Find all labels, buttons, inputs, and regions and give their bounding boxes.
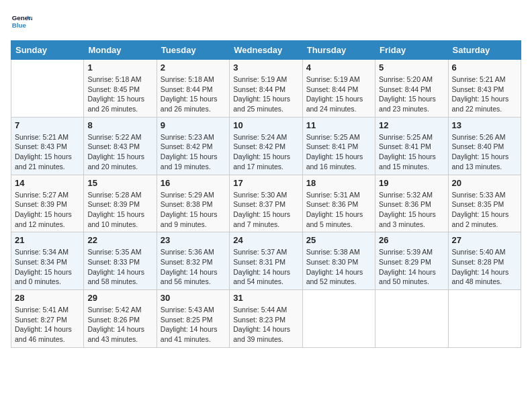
calendar-cell: 25Sunrise: 5:38 AM Sunset: 8:30 PM Dayli… [302, 232, 375, 290]
day-info: Sunrise: 5:28 AM Sunset: 8:39 PM Dayligh… [87, 190, 152, 230]
calendar-week-4: 21Sunrise: 5:34 AM Sunset: 8:34 PM Dayli… [11, 232, 521, 290]
day-number: 14 [15, 178, 80, 188]
svg-text:Blue: Blue [12, 21, 27, 29]
day-info: Sunrise: 5:34 AM Sunset: 8:34 PM Dayligh… [15, 247, 80, 287]
calendar-cell: 2Sunrise: 5:18 AM Sunset: 8:44 PM Daylig… [157, 60, 229, 118]
day-number: 6 [452, 62, 517, 73]
day-number: 24 [233, 235, 298, 245]
weekday-friday: Friday [375, 41, 448, 60]
day-info: Sunrise: 5:36 AM Sunset: 8:32 PM Dayligh… [161, 247, 226, 287]
calendar-table: SundayMondayTuesdayWednesdayThursdayFrid… [11, 40, 521, 348]
calendar-cell: 20Sunrise: 5:33 AM Sunset: 8:35 PM Dayli… [448, 175, 521, 232]
calendar-week-5: 28Sunrise: 5:41 AM Sunset: 8:27 PM Dayli… [11, 290, 521, 348]
calendar-cell [448, 290, 521, 348]
calendar-week-3: 14Sunrise: 5:27 AM Sunset: 8:39 PM Dayli… [11, 175, 521, 232]
day-number: 19 [379, 178, 444, 188]
day-info: Sunrise: 5:41 AM Sunset: 8:27 PM Dayligh… [15, 305, 80, 345]
day-info: Sunrise: 5:35 AM Sunset: 8:33 PM Dayligh… [87, 247, 152, 287]
day-number: 31 [233, 293, 298, 303]
day-number: 7 [15, 120, 80, 130]
calendar-cell: 28Sunrise: 5:41 AM Sunset: 8:27 PM Dayli… [11, 290, 84, 348]
day-number: 2 [161, 62, 226, 73]
weekday-tuesday: Tuesday [157, 41, 229, 60]
calendar-cell: 16Sunrise: 5:29 AM Sunset: 8:38 PM Dayli… [157, 175, 229, 232]
logo: General Blue [11, 11, 32, 32]
day-info: Sunrise: 5:27 AM Sunset: 8:39 PM Dayligh… [15, 190, 80, 230]
weekday-wednesday: Wednesday [230, 41, 302, 60]
day-number: 26 [379, 235, 444, 245]
day-info: Sunrise: 5:43 AM Sunset: 8:25 PM Dayligh… [161, 305, 226, 345]
day-info: Sunrise: 5:25 AM Sunset: 8:41 PM Dayligh… [379, 132, 444, 172]
day-info: Sunrise: 5:33 AM Sunset: 8:35 PM Dayligh… [452, 190, 517, 230]
day-number: 23 [161, 235, 226, 245]
day-info: Sunrise: 5:19 AM Sunset: 8:44 PM Dayligh… [233, 75, 298, 114]
calendar-cell: 11Sunrise: 5:25 AM Sunset: 8:41 PM Dayli… [302, 117, 375, 175]
calendar-cell: 24Sunrise: 5:37 AM Sunset: 8:31 PM Dayli… [230, 232, 302, 290]
day-number: 21 [15, 235, 80, 245]
day-number: 17 [233, 178, 298, 188]
day-info: Sunrise: 5:24 AM Sunset: 8:42 PM Dayligh… [233, 132, 298, 172]
calendar-body: 1Sunrise: 5:18 AM Sunset: 8:45 PM Daylig… [11, 60, 521, 348]
calendar-cell: 8Sunrise: 5:22 AM Sunset: 8:43 PM Daylig… [84, 117, 157, 175]
weekday-saturday: Saturday [448, 41, 521, 60]
day-number: 12 [379, 120, 444, 130]
day-info: Sunrise: 5:29 AM Sunset: 8:38 PM Dayligh… [161, 190, 226, 230]
calendar-cell: 14Sunrise: 5:27 AM Sunset: 8:39 PM Dayli… [11, 175, 84, 232]
day-number: 15 [87, 178, 152, 188]
calendar-cell: 17Sunrise: 5:30 AM Sunset: 8:37 PM Dayli… [230, 175, 302, 232]
weekday-sunday: Sunday [11, 41, 84, 60]
calendar-cell: 9Sunrise: 5:23 AM Sunset: 8:42 PM Daylig… [157, 117, 229, 175]
calendar-cell: 10Sunrise: 5:24 AM Sunset: 8:42 PM Dayli… [230, 117, 302, 175]
calendar-cell: 22Sunrise: 5:35 AM Sunset: 8:33 PM Dayli… [84, 232, 157, 290]
day-number: 13 [452, 120, 517, 130]
calendar-cell: 13Sunrise: 5:26 AM Sunset: 8:40 PM Dayli… [448, 117, 521, 175]
day-number: 4 [306, 62, 371, 73]
day-info: Sunrise: 5:22 AM Sunset: 8:43 PM Dayligh… [87, 132, 152, 172]
calendar-week-2: 7Sunrise: 5:21 AM Sunset: 8:43 PM Daylig… [11, 117, 521, 175]
day-number: 9 [161, 120, 226, 130]
calendar-cell: 26Sunrise: 5:39 AM Sunset: 8:29 PM Dayli… [375, 232, 448, 290]
day-info: Sunrise: 5:21 AM Sunset: 8:43 PM Dayligh… [15, 132, 80, 172]
logo-icon: General Blue [11, 11, 32, 32]
day-number: 10 [233, 120, 298, 130]
day-number: 27 [452, 235, 517, 245]
calendar-cell: 19Sunrise: 5:32 AM Sunset: 8:36 PM Dayli… [375, 175, 448, 232]
day-info: Sunrise: 5:42 AM Sunset: 8:26 PM Dayligh… [87, 305, 152, 345]
day-info: Sunrise: 5:31 AM Sunset: 8:36 PM Dayligh… [306, 190, 371, 230]
calendar-cell: 21Sunrise: 5:34 AM Sunset: 8:34 PM Dayli… [11, 232, 84, 290]
calendar-cell: 15Sunrise: 5:28 AM Sunset: 8:39 PM Dayli… [84, 175, 157, 232]
day-number: 25 [306, 235, 371, 245]
day-number: 11 [306, 120, 371, 130]
calendar-cell: 31Sunrise: 5:44 AM Sunset: 8:23 PM Dayli… [230, 290, 302, 348]
day-number: 29 [87, 293, 152, 303]
day-info: Sunrise: 5:25 AM Sunset: 8:41 PM Dayligh… [306, 132, 371, 172]
day-info: Sunrise: 5:18 AM Sunset: 8:44 PM Dayligh… [161, 75, 226, 114]
day-info: Sunrise: 5:30 AM Sunset: 8:37 PM Dayligh… [233, 190, 298, 230]
day-info: Sunrise: 5:38 AM Sunset: 8:30 PM Dayligh… [306, 247, 371, 287]
calendar-cell: 3Sunrise: 5:19 AM Sunset: 8:44 PM Daylig… [230, 60, 302, 118]
weekday-thursday: Thursday [302, 41, 375, 60]
weekday-monday: Monday [84, 41, 157, 60]
page-header: General Blue [11, 11, 521, 32]
calendar-cell [11, 60, 84, 118]
calendar-cell [302, 290, 375, 348]
day-number: 18 [306, 178, 371, 188]
day-info: Sunrise: 5:39 AM Sunset: 8:29 PM Dayligh… [379, 247, 444, 287]
calendar-cell: 23Sunrise: 5:36 AM Sunset: 8:32 PM Dayli… [157, 232, 229, 290]
day-info: Sunrise: 5:19 AM Sunset: 8:44 PM Dayligh… [306, 75, 371, 114]
day-number: 3 [233, 62, 298, 73]
calendar-cell: 5Sunrise: 5:20 AM Sunset: 8:44 PM Daylig… [375, 60, 448, 118]
weekday-header-row: SundayMondayTuesdayWednesdayThursdayFrid… [11, 41, 521, 60]
day-info: Sunrise: 5:40 AM Sunset: 8:28 PM Dayligh… [452, 247, 517, 287]
day-number: 5 [379, 62, 444, 73]
calendar-week-1: 1Sunrise: 5:18 AM Sunset: 8:45 PM Daylig… [11, 60, 521, 118]
day-number: 16 [161, 178, 226, 188]
day-info: Sunrise: 5:32 AM Sunset: 8:36 PM Dayligh… [379, 190, 444, 230]
day-number: 20 [452, 178, 517, 188]
day-info: Sunrise: 5:37 AM Sunset: 8:31 PM Dayligh… [233, 247, 298, 287]
day-info: Sunrise: 5:23 AM Sunset: 8:42 PM Dayligh… [161, 132, 226, 172]
calendar-cell: 4Sunrise: 5:19 AM Sunset: 8:44 PM Daylig… [302, 60, 375, 118]
day-info: Sunrise: 5:21 AM Sunset: 8:43 PM Dayligh… [452, 75, 517, 114]
calendar-cell: 27Sunrise: 5:40 AM Sunset: 8:28 PM Dayli… [448, 232, 521, 290]
calendar-cell: 1Sunrise: 5:18 AM Sunset: 8:45 PM Daylig… [84, 60, 157, 118]
